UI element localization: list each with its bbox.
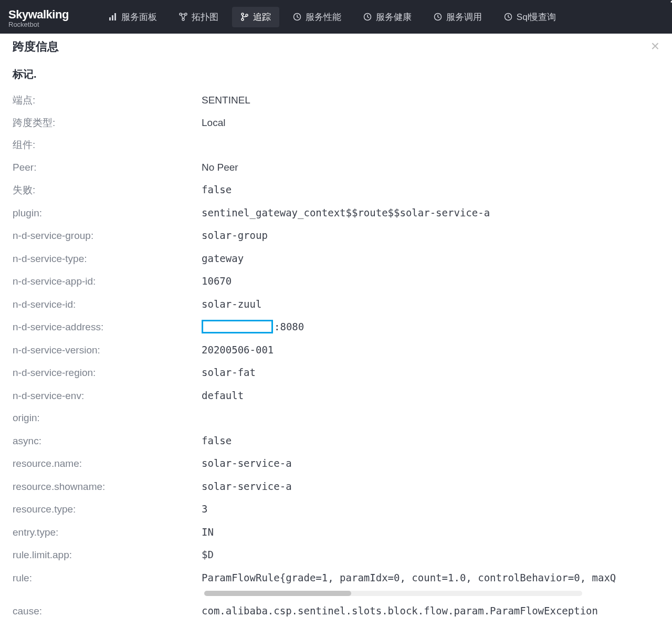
horizontal-scrollbar[interactable] [204, 591, 582, 596]
kv-row: Peer:No Peer [13, 160, 659, 175]
logo[interactable]: Skywalking Rocketbot [8, 6, 69, 28]
panel-title: 跨度信息 [13, 39, 659, 55]
kv-value: No Peer [202, 160, 238, 175]
kv-key: cause: [13, 604, 202, 619]
top-nav: 服务面板拓扑图追踪服务性能服务健康服务调用Sql慢查询 [100, 7, 565, 27]
kv-row: n-d-service-id:solar-zuul [13, 297, 659, 312]
kv-key: n-d-service-id: [13, 297, 202, 312]
kv-value: $D [202, 547, 214, 562]
kv-key: 失败: [13, 183, 202, 198]
kv-value: solar-group [202, 228, 268, 243]
svg-point-4 [185, 13, 187, 15]
kv-row: rule.limit.app:$D [13, 547, 659, 563]
kv-value: default [202, 388, 244, 403]
kv-row: resource.showname:solar-service-a [13, 479, 659, 495]
kv-value: IN [202, 525, 214, 540]
nav-label: 服务面板 [121, 11, 157, 23]
kv-row: n-d-service-group:solar-group [13, 228, 659, 244]
kv-value: gateway [202, 251, 244, 266]
kv-key: entry.type: [13, 525, 202, 540]
kv-value: false [202, 433, 232, 448]
kv-value: solar-fat [202, 365, 256, 380]
branch-icon [240, 13, 249, 21]
kv-value: solar-service-a [202, 456, 292, 471]
kv-key: rule.limit.app: [13, 548, 202, 563]
kv-row: 失败:false [13, 182, 659, 198]
kv-key: n-d-service-region: [13, 365, 202, 381]
scrollbar-thumb[interactable] [204, 591, 351, 596]
svg-rect-0 [109, 17, 111, 20]
kv-key: n-d-service-type: [13, 252, 202, 267]
nav-label: 服务调用 [446, 11, 482, 23]
kv-value: 20200506-001 [202, 342, 274, 358]
kv-key: resource.name: [13, 456, 202, 472]
bar-chart-icon [109, 13, 117, 21]
kv-value: 3 [202, 501, 207, 517]
kv-list: 端点:SENTINEL跨度类型:Local组件:Peer:No Peer失败:f… [13, 93, 659, 619]
nav-label: Sql慢查询 [517, 11, 556, 23]
nav-label: 拓扑图 [192, 11, 218, 23]
kv-value: Local [202, 116, 225, 131]
kv-key: resource.showname: [13, 479, 202, 495]
kv-value: SENTINEL [202, 93, 250, 108]
kv-key: n-d-service-group: [13, 228, 202, 244]
clock-icon [293, 13, 301, 21]
svg-point-6 [242, 13, 244, 15]
kv-value: solar-service-a [202, 479, 292, 494]
kv-key: async: [13, 434, 202, 449]
nav-item-trace[interactable]: 追踪 [232, 7, 279, 27]
kv-value: ParamFlowRule{grade=1, paramIdx=0, count… [202, 570, 616, 586]
nav-label: 追踪 [253, 11, 271, 23]
nav-item-slow_sql[interactable]: Sql慢查询 [496, 7, 565, 27]
kv-key: 组件: [13, 138, 202, 153]
nav-label: 服务性能 [306, 11, 341, 23]
kv-row: plugin:sentinel_gateway_context$$route$$… [13, 205, 659, 221]
logo-sub: Rocketbot [8, 20, 69, 28]
clock-icon [434, 13, 442, 21]
svg-point-3 [180, 13, 182, 15]
kv-key: n-d-service-version: [13, 343, 202, 358]
kv-key: n-d-service-env: [13, 389, 202, 404]
kv-row: resource.name:solar-service-a [13, 456, 659, 472]
nav-item-invocation[interactable]: 服务调用 [425, 7, 490, 27]
nav-item-topology[interactable]: 拓扑图 [171, 7, 227, 27]
kv-value-suffix: :8080 [274, 321, 304, 332]
svg-rect-1 [112, 15, 113, 20]
kv-key: resource.type: [13, 502, 202, 517]
nav-label: 服务健康 [376, 11, 412, 23]
kv-value: com.alibaba.csp.sentinel.slots.block.flo… [202, 603, 598, 619]
kv-row: n-d-service-env:default [13, 388, 659, 404]
span-info-panel: × 跨度信息 标记. 端点:SENTINEL跨度类型:Local组件:Peer:… [0, 34, 672, 627]
clock-icon [504, 13, 512, 21]
kv-value: 10670 [202, 274, 232, 289]
nav-item-performance[interactable]: 服务性能 [285, 7, 350, 27]
kv-row: 端点:SENTINEL [13, 93, 659, 108]
topology-icon [179, 13, 187, 21]
svg-point-5 [182, 18, 184, 20]
kv-row: resource.type:3 [13, 501, 659, 517]
kv-row: n-d-service-region:solar-fat [13, 365, 659, 381]
kv-row: n-d-service-app-id:10670 [13, 274, 659, 289]
kv-value: false [202, 182, 232, 197]
svg-point-7 [242, 18, 244, 20]
kv-row: cause:com.alibaba.csp.sentinel.slots.blo… [13, 603, 659, 619]
nav-item-dashboard[interactable]: 服务面板 [100, 7, 165, 27]
svg-rect-2 [114, 13, 116, 20]
kv-key: n-d-service-app-id: [13, 274, 202, 289]
svg-point-8 [246, 14, 248, 16]
kv-key: rule: [13, 571, 202, 586]
kv-key: Peer: [13, 160, 202, 175]
kv-key: origin: [13, 411, 202, 426]
kv-value: :8080 [202, 319, 304, 335]
kv-row: entry.type:IN [13, 525, 659, 540]
kv-row: n-d-service-type:gateway [13, 251, 659, 267]
kv-row: rule:ParamFlowRule{grade=1, paramIdx=0, … [13, 570, 659, 586]
kv-row: 跨度类型:Local [13, 116, 659, 131]
kv-row: async:false [13, 433, 659, 449]
kv-value: sentinel_gateway_context$$route$$solar-s… [202, 205, 490, 221]
redacted-box [202, 320, 273, 333]
nav-item-health[interactable]: 服务健康 [355, 7, 420, 27]
close-icon[interactable]: × [651, 39, 659, 54]
topbar: Skywalking Rocketbot 服务面板拓扑图追踪服务性能服务健康服务… [0, 0, 672, 34]
clock-icon [363, 13, 372, 21]
